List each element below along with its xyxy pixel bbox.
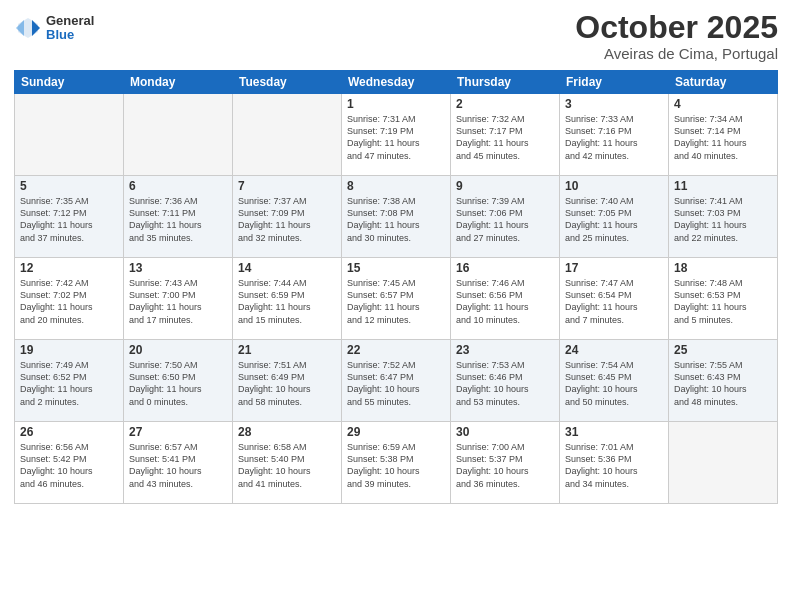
calendar-day-cell: 12Sunrise: 7:42 AM Sunset: 7:02 PM Dayli…: [15, 258, 124, 340]
calendar-day-cell: [124, 94, 233, 176]
day-info: Sunrise: 7:43 AM Sunset: 7:00 PM Dayligh…: [129, 277, 227, 326]
calendar-header-day: Monday: [124, 71, 233, 94]
calendar-header-day: Wednesday: [342, 71, 451, 94]
day-number: 27: [129, 425, 227, 439]
month-title: October 2025: [575, 10, 778, 45]
day-info: Sunrise: 6:58 AM Sunset: 5:40 PM Dayligh…: [238, 441, 336, 490]
calendar-day-cell: 13Sunrise: 7:43 AM Sunset: 7:00 PM Dayli…: [124, 258, 233, 340]
calendar-header-day: Thursday: [451, 71, 560, 94]
day-info: Sunrise: 7:46 AM Sunset: 6:56 PM Dayligh…: [456, 277, 554, 326]
calendar-day-cell: 2Sunrise: 7:32 AM Sunset: 7:17 PM Daylig…: [451, 94, 560, 176]
title-section: October 2025 Aveiras de Cima, Portugal: [575, 10, 778, 62]
svg-marker-3: [16, 20, 24, 36]
calendar-week-row: 26Sunrise: 6:56 AM Sunset: 5:42 PM Dayli…: [15, 422, 778, 504]
logo-text: General Blue: [46, 14, 94, 43]
calendar-day-cell: 14Sunrise: 7:44 AM Sunset: 6:59 PM Dayli…: [233, 258, 342, 340]
day-number: 18: [674, 261, 772, 275]
day-info: Sunrise: 7:44 AM Sunset: 6:59 PM Dayligh…: [238, 277, 336, 326]
day-number: 17: [565, 261, 663, 275]
header: General Blue October 2025 Aveiras de Cim…: [14, 10, 778, 62]
day-number: 6: [129, 179, 227, 193]
day-number: 11: [674, 179, 772, 193]
calendar-day-cell: 21Sunrise: 7:51 AM Sunset: 6:49 PM Dayli…: [233, 340, 342, 422]
day-number: 19: [20, 343, 118, 357]
day-info: Sunrise: 7:51 AM Sunset: 6:49 PM Dayligh…: [238, 359, 336, 408]
calendar-day-cell: 1Sunrise: 7:31 AM Sunset: 7:19 PM Daylig…: [342, 94, 451, 176]
calendar-week-row: 19Sunrise: 7:49 AM Sunset: 6:52 PM Dayli…: [15, 340, 778, 422]
day-number: 15: [347, 261, 445, 275]
day-info: Sunrise: 7:47 AM Sunset: 6:54 PM Dayligh…: [565, 277, 663, 326]
day-number: 23: [456, 343, 554, 357]
day-number: 26: [20, 425, 118, 439]
calendar-day-cell: 11Sunrise: 7:41 AM Sunset: 7:03 PM Dayli…: [669, 176, 778, 258]
calendar-day-cell: 31Sunrise: 7:01 AM Sunset: 5:36 PM Dayli…: [560, 422, 669, 504]
day-number: 24: [565, 343, 663, 357]
calendar-day-cell: 22Sunrise: 7:52 AM Sunset: 6:47 PM Dayli…: [342, 340, 451, 422]
logo: General Blue: [14, 14, 94, 43]
logo-icon: [14, 14, 42, 42]
day-info: Sunrise: 7:53 AM Sunset: 6:46 PM Dayligh…: [456, 359, 554, 408]
calendar-day-cell: 5Sunrise: 7:35 AM Sunset: 7:12 PM Daylig…: [15, 176, 124, 258]
calendar-day-cell: [669, 422, 778, 504]
day-number: 22: [347, 343, 445, 357]
calendar-day-cell: 10Sunrise: 7:40 AM Sunset: 7:05 PM Dayli…: [560, 176, 669, 258]
day-info: Sunrise: 7:33 AM Sunset: 7:16 PM Dayligh…: [565, 113, 663, 162]
day-info: Sunrise: 7:49 AM Sunset: 6:52 PM Dayligh…: [20, 359, 118, 408]
calendar-day-cell: 28Sunrise: 6:58 AM Sunset: 5:40 PM Dayli…: [233, 422, 342, 504]
day-number: 7: [238, 179, 336, 193]
day-info: Sunrise: 7:38 AM Sunset: 7:08 PM Dayligh…: [347, 195, 445, 244]
day-number: 30: [456, 425, 554, 439]
day-info: Sunrise: 7:35 AM Sunset: 7:12 PM Dayligh…: [20, 195, 118, 244]
calendar-day-cell: 9Sunrise: 7:39 AM Sunset: 7:06 PM Daylig…: [451, 176, 560, 258]
day-info: Sunrise: 7:32 AM Sunset: 7:17 PM Dayligh…: [456, 113, 554, 162]
calendar-day-cell: 24Sunrise: 7:54 AM Sunset: 6:45 PM Dayli…: [560, 340, 669, 422]
day-number: 16: [456, 261, 554, 275]
day-info: Sunrise: 7:31 AM Sunset: 7:19 PM Dayligh…: [347, 113, 445, 162]
day-info: Sunrise: 7:45 AM Sunset: 6:57 PM Dayligh…: [347, 277, 445, 326]
day-info: Sunrise: 7:48 AM Sunset: 6:53 PM Dayligh…: [674, 277, 772, 326]
calendar-day-cell: 26Sunrise: 6:56 AM Sunset: 5:42 PM Dayli…: [15, 422, 124, 504]
calendar-day-cell: [15, 94, 124, 176]
calendar-day-cell: 17Sunrise: 7:47 AM Sunset: 6:54 PM Dayli…: [560, 258, 669, 340]
calendar-header-day: Friday: [560, 71, 669, 94]
calendar-week-row: 5Sunrise: 7:35 AM Sunset: 7:12 PM Daylig…: [15, 176, 778, 258]
day-info: Sunrise: 6:56 AM Sunset: 5:42 PM Dayligh…: [20, 441, 118, 490]
calendar-day-cell: 27Sunrise: 6:57 AM Sunset: 5:41 PM Dayli…: [124, 422, 233, 504]
calendar-day-cell: 7Sunrise: 7:37 AM Sunset: 7:09 PM Daylig…: [233, 176, 342, 258]
calendar-header-row: SundayMondayTuesdayWednesdayThursdayFrid…: [15, 71, 778, 94]
day-number: 14: [238, 261, 336, 275]
calendar-header-day: Saturday: [669, 71, 778, 94]
day-number: 25: [674, 343, 772, 357]
calendar-day-cell: 6Sunrise: 7:36 AM Sunset: 7:11 PM Daylig…: [124, 176, 233, 258]
day-number: 29: [347, 425, 445, 439]
day-number: 8: [347, 179, 445, 193]
day-number: 2: [456, 97, 554, 111]
day-info: Sunrise: 7:40 AM Sunset: 7:05 PM Dayligh…: [565, 195, 663, 244]
calendar-day-cell: 15Sunrise: 7:45 AM Sunset: 6:57 PM Dayli…: [342, 258, 451, 340]
calendar-header-day: Sunday: [15, 71, 124, 94]
calendar-table: SundayMondayTuesdayWednesdayThursdayFrid…: [14, 70, 778, 504]
calendar-day-cell: 19Sunrise: 7:49 AM Sunset: 6:52 PM Dayli…: [15, 340, 124, 422]
calendar-day-cell: 20Sunrise: 7:50 AM Sunset: 6:50 PM Dayli…: [124, 340, 233, 422]
day-info: Sunrise: 6:57 AM Sunset: 5:41 PM Dayligh…: [129, 441, 227, 490]
logo-blue: Blue: [46, 28, 94, 42]
day-number: 1: [347, 97, 445, 111]
day-number: 10: [565, 179, 663, 193]
calendar-week-row: 12Sunrise: 7:42 AM Sunset: 7:02 PM Dayli…: [15, 258, 778, 340]
day-number: 4: [674, 97, 772, 111]
calendar-day-cell: 29Sunrise: 6:59 AM Sunset: 5:38 PM Dayli…: [342, 422, 451, 504]
day-info: Sunrise: 7:37 AM Sunset: 7:09 PM Dayligh…: [238, 195, 336, 244]
day-info: Sunrise: 7:00 AM Sunset: 5:37 PM Dayligh…: [456, 441, 554, 490]
svg-marker-2: [32, 20, 40, 36]
day-info: Sunrise: 7:55 AM Sunset: 6:43 PM Dayligh…: [674, 359, 772, 408]
location-title: Aveiras de Cima, Portugal: [575, 45, 778, 62]
calendar-day-cell: 18Sunrise: 7:48 AM Sunset: 6:53 PM Dayli…: [669, 258, 778, 340]
calendar-body: 1Sunrise: 7:31 AM Sunset: 7:19 PM Daylig…: [15, 94, 778, 504]
day-info: Sunrise: 7:01 AM Sunset: 5:36 PM Dayligh…: [565, 441, 663, 490]
calendar-day-cell: 3Sunrise: 7:33 AM Sunset: 7:16 PM Daylig…: [560, 94, 669, 176]
day-number: 13: [129, 261, 227, 275]
calendar-day-cell: 4Sunrise: 7:34 AM Sunset: 7:14 PM Daylig…: [669, 94, 778, 176]
calendar-day-cell: 30Sunrise: 7:00 AM Sunset: 5:37 PM Dayli…: [451, 422, 560, 504]
day-number: 20: [129, 343, 227, 357]
day-number: 21: [238, 343, 336, 357]
